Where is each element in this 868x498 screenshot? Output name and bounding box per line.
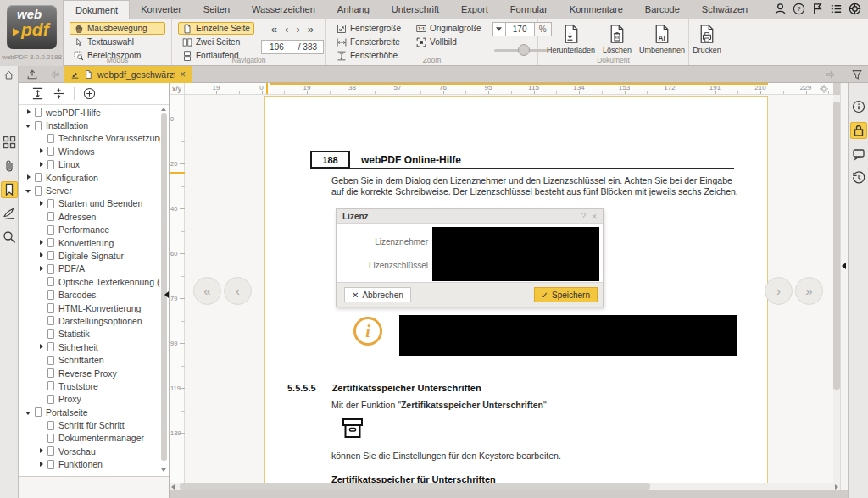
previous-page-button[interactable]: ‹ [285,23,288,36]
tree-item-proxy[interactable]: Proxy [19,393,160,406]
next-page-nav[interactable]: › [765,277,793,305]
button-herunterladen[interactable]: Herunterladen [544,22,598,54]
button-löschen[interactable]: Löschen [600,22,634,54]
document-viewport[interactable]: 188 webPDF Online-Hilfe Geben Sie in dem… [185,95,833,483]
horizontal-scrollbar-thumb[interactable] [180,483,650,490]
tree-item-adressen[interactable]: Adressen [19,210,160,223]
ribbon-tab-wasserzeichen[interactable]: Wasserzeichen [241,0,326,19]
tree-item-sicherheit[interactable]: Sicherheit [19,340,160,353]
tree-item-server[interactable]: Server [19,184,160,196]
help-icon[interactable]: ? [793,3,805,15]
button-vollbild[interactable]: Vollbild [412,36,486,48]
tree-item-konvertierung[interactable]: Konvertierung [19,236,160,249]
tree-item-pdf-a[interactable]: PDF/A [19,263,160,275]
document-tab[interactable]: webpdf_geschwärzt.pdf × [64,66,192,83]
horizontal-scrollbar[interactable] [170,483,840,490]
ribbon-tab-schwärzen[interactable]: Schwärzen [691,0,759,19]
zoom-value-input[interactable]: 170 [506,22,535,36]
tree-item-schritt-für-schritt[interactable]: Schritt für Schritt [19,418,160,431]
previous-page-nav[interactable]: ‹ [224,277,252,305]
tree-scroll-down-icon[interactable] [161,468,166,472]
list-icon[interactable] [830,3,843,15]
button-zwei-seiten[interactable]: Zwei Seiten [178,36,254,48]
ribbon-tab-formular[interactable]: Formular [499,0,559,19]
flag-icon[interactable] [811,3,824,15]
vertical-scrollbar[interactable] [833,95,840,483]
tree-item-statistik[interactable]: Statistik [19,328,160,340]
right-panel-collapse-handle[interactable] [842,263,846,269]
button-einzelne-seite[interactable]: Einzelne Seite [178,22,254,35]
tree-item-starten-und-beenden[interactable]: Starten und Beenden [19,197,160,210]
tree-item-truststore[interactable]: Truststore [19,379,160,392]
ribbon-tab-export[interactable]: Export [450,0,499,19]
zoom-dropdown-button[interactable] [492,22,506,36]
tree-item-portalseite[interactable]: Portalseite [19,406,160,418]
button-drucken[interactable]: Drucken [690,22,724,54]
tree-item-dokumentenmanager[interactable]: Dokumentenmanager [19,432,160,445]
bookmarks-icon[interactable] [1,181,18,198]
info-icon[interactable] [852,100,865,113]
back-icon[interactable] [49,69,61,80]
tree-item-windows[interactable]: Windows [19,145,160,158]
tree-item-vorschau[interactable]: Vorschau [19,445,160,457]
ribbon-tab-barcode[interactable]: Barcode [634,0,691,19]
button-umbenennen[interactable]: AIUmbenennen [637,22,687,54]
gear-icon[interactable] [819,84,829,94]
vertical-scrollbar-thumb[interactable] [833,102,840,390]
expand-rows-icon[interactable] [31,87,44,100]
ribbon-tab-dokument[interactable]: Dokument [64,0,130,19]
user-icon[interactable] [774,3,787,15]
ribbon-tab-anhang[interactable]: Anhang [326,0,381,19]
ribbon-tab-kommentare[interactable]: Kommentare [559,0,634,19]
scroll-left-icon[interactable] [171,484,175,490]
home-button[interactable] [0,66,19,83]
last-page-button[interactable]: » [308,23,314,36]
sidebar-collapse-handle[interactable] [164,291,169,298]
next-page-button[interactable]: › [296,23,299,36]
tree-item-installation[interactable]: Installation [19,119,160,131]
lock-icon[interactable] [850,122,867,139]
ribbon-tab-seiten[interactable]: Seiten [192,0,241,19]
history-icon[interactable] [852,171,865,185]
add-icon[interactable] [83,87,96,100]
filter-icon[interactable] [851,69,863,80]
scroll-right-icon[interactable] [835,484,838,490]
tree-item-optische-texterkennung-ocr-[interactable]: Optische Texterkennung (OCR) [19,275,160,288]
first-page-nav[interactable]: « [193,277,221,305]
collapse-rows-icon[interactable] [53,87,65,100]
button-mausbewegung[interactable]: Mausbewegung [70,22,165,35]
forward-icon[interactable] [825,69,837,80]
tree-item-webpdf-hilfe[interactable]: webPDF-Hilfe [19,106,160,119]
tree-item-linux[interactable]: Linux [19,158,160,171]
tree-item-darstellungsoptionen[interactable]: Darstellungsoptionen [19,314,160,327]
tree-item-reverse-proxy[interactable]: Reverse Proxy [19,367,160,379]
comment-icon[interactable] [852,147,865,161]
button-fenstergröße[interactable]: Fenstergröße [332,22,405,35]
tree-item-barcodes[interactable]: Barcodes [19,288,160,301]
close-tab-icon[interactable]: × [180,69,186,80]
signature-icon[interactable] [3,207,16,220]
ribbon-tab-konverter[interactable]: Konverter [130,0,192,19]
tree-scrollbar[interactable] [161,113,167,461]
support-icon[interactable] [849,3,861,15]
tree-item-performance[interactable]: Performance [19,224,160,236]
button-textauswahl[interactable]: Textauswahl [70,36,165,48]
tree-item-konfiguration[interactable]: Konfiguration [19,171,160,184]
ribbon-tab-unterschrift[interactable]: Unterschrift [381,0,450,19]
current-page-input[interactable]: 196 [261,40,292,54]
last-page-nav[interactable]: » [795,277,823,305]
tree-item-schriftarten[interactable]: Schriftarten [19,353,160,366]
thumbnails-icon[interactable] [3,136,16,149]
tree-item-html-konvertierung[interactable]: HTML-Konvertierung [19,302,160,314]
zoom-slider-thumb[interactable] [518,44,530,56]
tree-scroll-up-icon[interactable] [161,108,166,111]
search-icon[interactable] [3,230,16,244]
upload-icon[interactable] [26,69,38,80]
tree-item-funktionen[interactable]: Funktionen [19,458,160,471]
first-page-button[interactable]: « [271,23,277,36]
attachments-icon[interactable] [3,159,16,173]
button-fensterbreite[interactable]: Fensterbreite [332,36,405,48]
tree-item-technische-voraussetzung[interactable]: Technische Voraussetzung [19,132,160,145]
button-originalgröße[interactable]: 1:1Originalgröße [412,22,486,35]
tree-item-digitale-signatur[interactable]: Digitale Signatur [19,249,160,262]
